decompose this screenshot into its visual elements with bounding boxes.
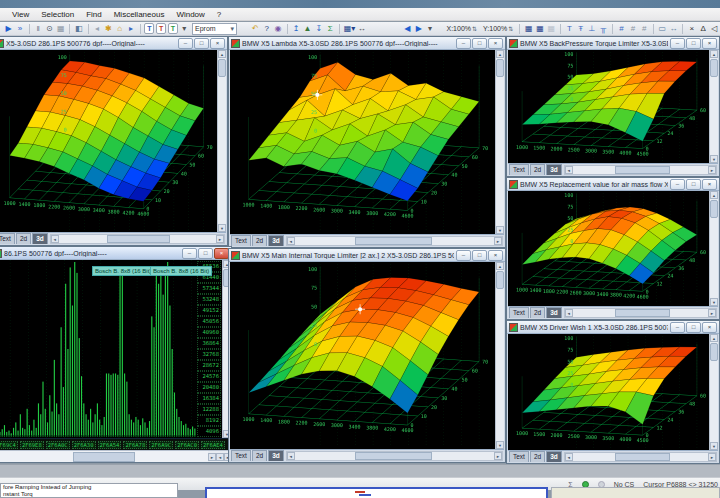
menu-item-help[interactable]: ? bbox=[211, 9, 227, 20]
detected-map-label[interactable]: Bosch B. 8x8 (16 Bit) bbox=[150, 266, 212, 276]
horizontal-scrollbar[interactable]: ◄ ► ◄ ► bbox=[0, 450, 232, 462]
tab-2d[interactable]: 2d bbox=[530, 307, 545, 318]
grid-blue2-icon[interactable]: ▦ bbox=[535, 23, 544, 34]
axis-top-icon[interactable]: T bbox=[565, 23, 574, 34]
scroll-down-icon[interactable]: ▼ bbox=[710, 442, 718, 450]
close-button[interactable]: × bbox=[488, 250, 503, 261]
tab-text[interactable]: Text bbox=[509, 164, 529, 175]
map-address[interactable]: 2F6A0C bbox=[46, 441, 70, 449]
map-view-combo-icon[interactable]: ▦▾ bbox=[344, 23, 356, 34]
scroll-down-icon[interactable]: ▼ bbox=[710, 298, 718, 306]
close-button[interactable]: × bbox=[214, 248, 229, 259]
window-titlebar[interactable]: X5-3.0SD 286.1PS 500776 dpf----Original-… bbox=[0, 37, 227, 50]
close-button[interactable]: × bbox=[702, 179, 717, 190]
home-icon[interactable]: ⌂ bbox=[115, 23, 124, 34]
horizontal-scrollbar[interactable]: ◄ ► bbox=[564, 452, 717, 462]
vertical-scrollbar[interactable]: ▲ ▼ bbox=[495, 50, 504, 234]
menu-item-selection[interactable]: Selection bbox=[35, 9, 80, 20]
zoom-y-spinner[interactable]: Y:100%⇅ bbox=[483, 25, 513, 32]
map-address[interactable]: 2F6A78 bbox=[123, 441, 147, 449]
delta-icon[interactable]: Δ bbox=[698, 23, 707, 34]
tab-3d[interactable]: 3d bbox=[268, 235, 284, 246]
tab-text[interactable]: Text bbox=[231, 235, 251, 246]
compare-icon[interactable]: ◧ bbox=[74, 23, 83, 34]
surface-plot-airmass[interactable] bbox=[508, 191, 709, 306]
map-list-dropdown-icon[interactable]: ▾ bbox=[425, 23, 434, 34]
checksum-icon[interactable]: Σ bbox=[326, 23, 335, 34]
scroll-left-icon[interactable]: ◄ bbox=[565, 166, 573, 174]
tab-3d[interactable]: 3d bbox=[546, 307, 562, 318]
delete-icon[interactable]: × bbox=[687, 23, 696, 34]
scrollbar-thumb[interactable] bbox=[615, 309, 670, 317]
tab-3d[interactable]: 3d bbox=[546, 164, 562, 175]
horizontal-scrollbar[interactable]: ◄ ► bbox=[50, 234, 225, 244]
scrollbar-thumb[interactable] bbox=[73, 452, 135, 462]
scrollbar-thumb[interactable] bbox=[218, 59, 226, 77]
scrollbar-thumb[interactable] bbox=[710, 59, 718, 77]
axis-mid-icon[interactable]: Ŧ bbox=[576, 23, 585, 34]
scrollbar-thumb[interactable] bbox=[355, 452, 432, 460]
window-titlebar[interactable]: 86.1PS 500776 dpf----Original---- – □ × bbox=[0, 247, 231, 260]
scroll-left-icon[interactable]: ◄ bbox=[51, 235, 59, 243]
scroll-up-icon[interactable]: ▲ bbox=[710, 334, 718, 342]
map-address[interactable]: 2F69E8 bbox=[20, 441, 44, 449]
export-data-icon[interactable]: ↧ bbox=[314, 23, 323, 34]
minimize-button[interactable]: – bbox=[670, 322, 685, 333]
maximize-button[interactable]: □ bbox=[686, 38, 701, 49]
map-pack-icon[interactable]: ▲ bbox=[303, 23, 312, 34]
horizontal-scrollbar[interactable]: ◄ ► bbox=[564, 165, 717, 175]
back-icon[interactable]: ◂ bbox=[92, 23, 101, 34]
hex-curve-canvas[interactable] bbox=[0, 260, 196, 438]
tab-2d[interactable]: 2d bbox=[252, 450, 267, 461]
menu-item-find[interactable]: Find bbox=[80, 9, 108, 20]
save-icon[interactable]: ▦ bbox=[56, 23, 65, 34]
window-titlebar[interactable]: BMW X5 Main Internal Torque Limiter [2 a… bbox=[229, 249, 505, 262]
tab-text[interactable]: Text bbox=[0, 233, 15, 244]
window-list-icon[interactable]: ‖ bbox=[33, 23, 42, 34]
maximize-button[interactable]: □ bbox=[472, 38, 487, 49]
scroll-right-icon[interactable]: ► bbox=[708, 166, 716, 174]
scrollbar-thumb[interactable] bbox=[615, 166, 670, 174]
horizontal-scrollbar[interactable]: ◄ ► bbox=[286, 236, 503, 246]
tab-3d[interactable]: 3d bbox=[546, 451, 562, 462]
vertical-scrollbar[interactable]: ▲ ▼ bbox=[217, 50, 226, 232]
minimize-button[interactable]: – bbox=[456, 38, 471, 49]
scroll-right-icon[interactable]: ► bbox=[708, 309, 716, 317]
scroll-up-icon[interactable]: ▲ bbox=[218, 50, 226, 58]
grid-blue-icon[interactable]: ▦ bbox=[524, 23, 533, 34]
compare-window-icon[interactable]: ▭ bbox=[658, 23, 667, 34]
undo-icon[interactable]: ↶ bbox=[251, 23, 260, 34]
scroll-up-icon[interactable]: ▲ bbox=[496, 50, 504, 58]
hash-dim-icon[interactable]: # bbox=[628, 23, 637, 34]
scroll-down-icon[interactable]: ▼ bbox=[496, 441, 504, 449]
surface-plot-dpf[interactable] bbox=[0, 50, 217, 232]
tab-3d[interactable]: 3d bbox=[268, 450, 284, 461]
minimize-button[interactable]: – bbox=[182, 248, 197, 259]
maximize-button[interactable]: □ bbox=[198, 248, 213, 259]
scroll-left-icon[interactable]: ◄ bbox=[565, 453, 573, 461]
detected-map-label[interactable]: Bosch B. 8x8 (16 Bit) bbox=[92, 266, 154, 276]
next-map-icon[interactable]: ▶ bbox=[414, 23, 423, 34]
close-button[interactable]: × bbox=[488, 38, 503, 49]
map-address[interactable]: 2F6A30 bbox=[72, 441, 96, 449]
map-address[interactable]: 2F6A54 bbox=[98, 441, 122, 449]
minimize-button[interactable]: – bbox=[178, 38, 193, 49]
axis-bottom-icon[interactable]: ⊥ bbox=[587, 23, 596, 34]
horizontal-scrollbar[interactable]: ◄ ► bbox=[564, 308, 717, 318]
maximize-button[interactable]: □ bbox=[686, 179, 701, 190]
scrollbar-thumb[interactable] bbox=[496, 271, 504, 289]
hash-icon[interactable]: # bbox=[617, 23, 626, 34]
scroll-left-icon[interactable]: ◄ bbox=[565, 309, 573, 317]
view-2d-icon[interactable]: T bbox=[156, 23, 166, 34]
swap-icon[interactable]: ↔ bbox=[669, 23, 678, 34]
view-3d-icon[interactable]: T bbox=[168, 23, 178, 34]
tab-2d[interactable]: 2d bbox=[16, 233, 31, 244]
scroll-right-icon[interactable]: ► bbox=[494, 237, 502, 245]
vertical-scrollbar[interactable]: ▲ ▼ bbox=[709, 50, 718, 163]
tab-text[interactable]: Text bbox=[509, 307, 529, 318]
map-address[interactable]: 2F6A9C bbox=[149, 441, 173, 449]
vertical-scrollbar[interactable]: ▲ ▼ bbox=[709, 334, 718, 450]
fast-forward-icon[interactable]: » bbox=[15, 23, 24, 34]
tab-2d[interactable]: 2d bbox=[530, 164, 545, 175]
prev-diff-icon[interactable]: ◁ bbox=[710, 23, 719, 34]
